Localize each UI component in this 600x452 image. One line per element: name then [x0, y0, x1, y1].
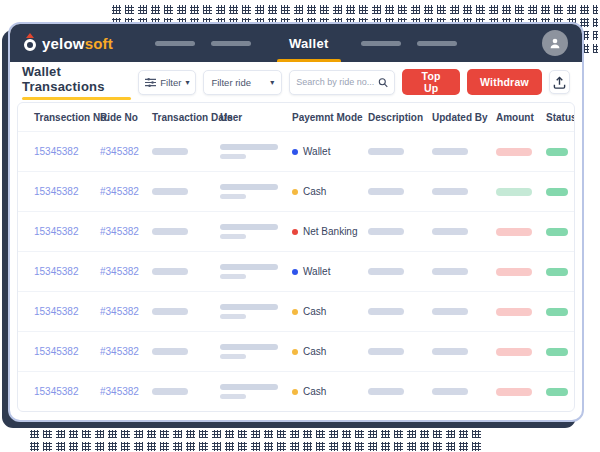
column-header-status: Status	[546, 112, 575, 123]
transaction-date-placeholder	[152, 148, 188, 155]
table-body: 15345382#345382Wallet15345382#345382Cash…	[18, 131, 574, 411]
payment-mode-cell: Net Banking	[292, 226, 368, 237]
transaction-date-placeholder	[152, 228, 188, 235]
amount-placeholder	[496, 228, 532, 236]
brand-logo-text: yelowsoft	[42, 35, 113, 52]
table-row: 15345382#345382Net Banking	[18, 211, 574, 251]
payment-mode-dot	[292, 229, 298, 235]
top-navbar: yelowsoft Wallet	[10, 24, 582, 62]
magnifier-icon[interactable]	[378, 76, 388, 89]
ride-no-link[interactable]: #345382	[100, 386, 152, 397]
payment-mode-label: Wallet	[303, 146, 330, 157]
column-header-transection-no-: Transection No.	[34, 112, 100, 123]
filter-ride-label: Filter ride	[211, 77, 251, 88]
amount-placeholder	[496, 268, 532, 276]
user-sub-placeholder	[220, 154, 246, 159]
toolbar: Wallet Transactions Filter ▾ Filter ride…	[10, 62, 582, 102]
transaction-no-link[interactable]: 15345382	[34, 226, 100, 237]
user-avatar[interactable]	[542, 30, 568, 56]
user-name-placeholder	[220, 184, 278, 190]
app-window: yelowsoft Wallet Wallet Transactions Fil…	[8, 22, 584, 422]
payment-mode-dot	[292, 309, 298, 315]
transaction-no-link[interactable]: 15345382	[34, 386, 100, 397]
transaction-no-link[interactable]: 15345382	[34, 186, 100, 197]
description-placeholder	[368, 148, 404, 155]
user-placeholder	[220, 144, 292, 159]
user-name-placeholder	[220, 344, 278, 350]
search-box	[289, 70, 395, 95]
user-name-placeholder	[220, 144, 278, 150]
column-header-payemnt-mode: Payemnt Mode	[292, 112, 368, 123]
title-underline	[22, 97, 131, 100]
amount-placeholder	[496, 388, 532, 396]
transaction-no-link[interactable]: 15345382	[34, 266, 100, 277]
table-row: 15345382#345382Cash	[18, 371, 574, 411]
payment-mode-cell: Wallet	[292, 266, 368, 277]
user-sub-placeholder	[220, 394, 246, 399]
updated-by-placeholder	[432, 188, 468, 195]
transactions-table: Transection No.Ride NoTransaction DateUs…	[17, 102, 575, 412]
payment-mode-label: Cash	[303, 186, 326, 197]
user-icon	[548, 36, 562, 50]
export-button[interactable]	[549, 70, 570, 94]
transaction-date-placeholder	[152, 348, 188, 355]
nav-item-placeholder[interactable]	[211, 41, 251, 46]
sliders-icon	[145, 77, 156, 88]
payment-mode-dot	[292, 389, 298, 395]
filter-dropdown[interactable]: Filter ▾	[138, 70, 196, 95]
description-placeholder	[368, 228, 404, 235]
search-input[interactable]	[296, 77, 374, 87]
table-row: 15345382#345382Cash	[18, 331, 574, 371]
amount-placeholder	[496, 188, 532, 196]
page-title: Wallet Transactions	[22, 64, 131, 94]
status-badge	[546, 388, 568, 396]
top-up-button[interactable]: Top Up	[402, 69, 460, 95]
filter-ride-dropdown[interactable]: Filter ride ▾	[203, 70, 282, 95]
user-name-placeholder	[220, 264, 278, 270]
ride-no-link[interactable]: #345382	[100, 266, 152, 277]
transaction-date-placeholder	[152, 308, 188, 315]
withdraw-button[interactable]: Withdraw	[467, 69, 542, 95]
transaction-no-link[interactable]: 15345382	[34, 146, 100, 157]
ride-no-link[interactable]: #345382	[100, 306, 152, 317]
user-placeholder	[220, 304, 292, 319]
yelowsoft-logo-icon	[24, 39, 36, 51]
table-row: 15345382#345382Wallet	[18, 251, 574, 291]
brand-logo[interactable]: yelowsoft	[24, 35, 113, 52]
user-placeholder	[220, 344, 292, 359]
description-placeholder	[368, 268, 404, 275]
payment-mode-cell: Cash	[292, 306, 368, 317]
nav-item-placeholder[interactable]	[417, 41, 457, 46]
user-sub-placeholder	[220, 194, 246, 199]
active-tab-indicator	[277, 59, 341, 62]
ride-no-link[interactable]: #345382	[100, 186, 152, 197]
payment-mode-label: Net Banking	[303, 226, 357, 237]
ride-no-link[interactable]: #345382	[100, 146, 152, 157]
payment-mode-cell: Cash	[292, 346, 368, 357]
description-placeholder	[368, 188, 404, 195]
transaction-no-link[interactable]: 15345382	[34, 346, 100, 357]
payment-mode-cell: Cash	[292, 186, 368, 197]
user-name-placeholder	[220, 304, 278, 310]
status-badge	[546, 148, 568, 156]
status-badge	[546, 268, 568, 276]
status-badge	[546, 188, 568, 196]
payment-mode-label: Cash	[303, 346, 326, 357]
ride-no-link[interactable]: #345382	[100, 346, 152, 357]
column-header-amount: Amount	[496, 112, 546, 123]
user-sub-placeholder	[220, 234, 246, 239]
updated-by-placeholder	[432, 268, 468, 275]
amount-placeholder	[496, 348, 532, 356]
payment-mode-dot	[292, 189, 298, 195]
nav-item-placeholder[interactable]	[361, 41, 401, 46]
status-badge	[546, 348, 568, 356]
status-badge	[546, 228, 568, 236]
user-sub-placeholder	[220, 354, 246, 359]
table-row: 15345382#345382Wallet	[18, 131, 574, 171]
ride-no-link[interactable]: #345382	[100, 226, 152, 237]
table-row: 15345382#345382Cash	[18, 291, 574, 331]
nav-item-placeholder[interactable]	[155, 41, 195, 46]
payment-mode-label: Cash	[303, 386, 326, 397]
transaction-no-link[interactable]: 15345382	[34, 306, 100, 317]
tab-wallet[interactable]: Wallet	[277, 24, 341, 62]
